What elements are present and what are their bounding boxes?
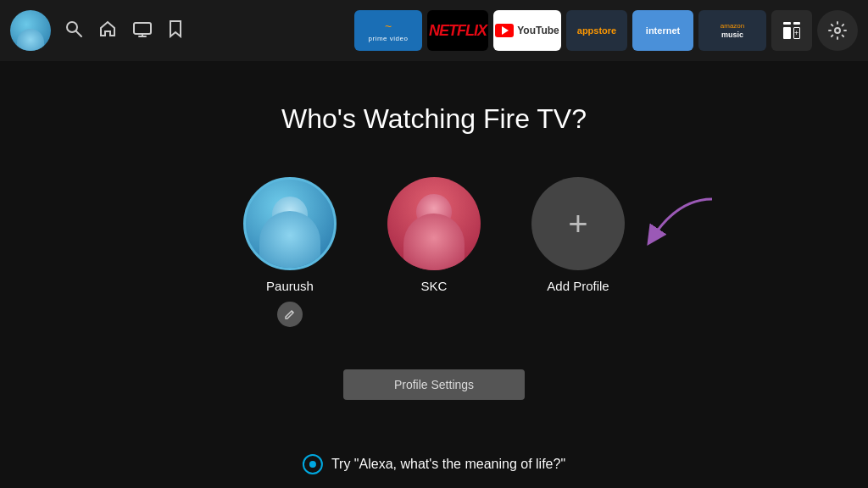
internet-label: internet — [646, 25, 680, 36]
paurush-body — [259, 211, 320, 270]
alexa-bar: Try "Alexa, what's the meaning of life?" — [303, 454, 565, 474]
grid-cell-1 — [783, 22, 791, 25]
grid-cell-3 — [783, 27, 791, 40]
search-icon[interactable] — [64, 19, 83, 42]
profile-paurush-name: Paurush — [266, 279, 314, 293]
add-profile-circle[interactable]: + — [531, 177, 625, 270]
all-apps-button[interactable]: + — [771, 10, 812, 51]
add-profile-label: Add Profile — [547, 279, 609, 293]
nav-apps: ~ prime video NETFLIX YouTube appstore i… — [354, 10, 858, 51]
add-profile-item[interactable]: + Add Profile — [531, 177, 625, 293]
alexa-dot — [309, 461, 316, 468]
settings-button[interactable] — [817, 10, 858, 51]
profile-paurush-edit-button[interactable] — [277, 302, 303, 327]
home-icon[interactable] — [98, 19, 117, 42]
alexa-icon — [303, 454, 323, 474]
skc-body — [403, 214, 465, 270]
profile-paurush-avatar — [243, 177, 337, 270]
profile-skc-name: SKC — [421, 279, 448, 293]
amazon-music-label: amazon — [721, 22, 744, 30]
profile-paurush[interactable]: Paurush — [243, 177, 337, 327]
youtube-play-triangle — [502, 26, 509, 35]
svg-rect-2 — [134, 23, 151, 34]
alexa-hint-text: Try "Alexa, what's the meaning of life?" — [331, 457, 565, 472]
app-amazon-music[interactable]: amazon music — [698, 10, 766, 51]
svg-point-5 — [835, 28, 840, 33]
watching-title: Who's Watching Fire TV? — [281, 103, 587, 135]
app-netflix[interactable]: NETFLIX — [427, 10, 488, 51]
youtube-label: YouTube — [517, 25, 559, 36]
nav-icons — [64, 19, 183, 42]
profile-skc-avatar — [387, 177, 481, 270]
app-internet[interactable]: internet — [632, 10, 693, 51]
grid-cell-2 — [793, 22, 801, 25]
profiles-row: Paurush SKC + Add Profile — [243, 177, 625, 327]
user-avatar[interactable] — [10, 10, 51, 51]
avatar-body — [17, 29, 44, 51]
appstore-label: appstore — [577, 25, 616, 36]
svg-point-0 — [67, 22, 77, 32]
purple-arrow-icon — [636, 195, 721, 246]
main-content: Who's Watching Fire TV? Paurush SKC — [0, 61, 868, 400]
top-nav: ~ prime video NETFLIX YouTube appstore i… — [0, 0, 868, 61]
profile-settings-button[interactable]: Profile Settings — [343, 369, 525, 400]
grid-cell-plus: + — [793, 27, 801, 40]
arrow-pointer — [636, 195, 721, 249]
gear-icon — [827, 20, 848, 41]
prime-smile-icon: ~ — [385, 19, 392, 33]
pencil-icon — [284, 308, 296, 320]
add-profile-plus-icon: + — [568, 207, 587, 241]
svg-line-1 — [76, 31, 81, 36]
app-prime-video[interactable]: ~ prime video — [354, 10, 422, 51]
bookmark-icon[interactable] — [168, 19, 183, 42]
tv-icon[interactable] — [132, 19, 153, 42]
app-appstore[interactable]: appstore — [566, 10, 627, 51]
amazon-music-sub: music — [721, 30, 743, 39]
grid-icon: + — [783, 22, 800, 39]
profile-settings-label: Profile Settings — [394, 378, 474, 391]
profile-skc[interactable]: SKC — [387, 177, 481, 293]
app-youtube[interactable]: YouTube — [493, 10, 561, 51]
youtube-icon — [495, 24, 514, 37]
prime-label: prime video — [369, 35, 409, 42]
netflix-label: NETFLIX — [429, 22, 487, 40]
